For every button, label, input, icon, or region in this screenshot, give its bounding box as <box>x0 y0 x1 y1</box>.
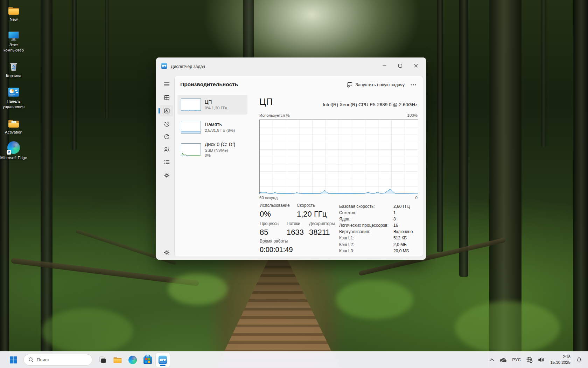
desktop-icon-new[interactable]: New <box>0 1 27 22</box>
desktop-icon-label: New <box>9 17 18 22</box>
nav-app-history-button[interactable] <box>160 118 173 129</box>
file-explorer-button[interactable] <box>111 353 125 367</box>
edge-icon <box>128 356 137 364</box>
perf-card-title: Диск 0 (C: D:) <box>205 142 235 147</box>
microsoft-store-button[interactable] <box>141 353 155 367</box>
page-title: Производительность <box>180 81 238 88</box>
desktop-icon-control-panel[interactable]: Панель управления <box>0 83 27 109</box>
search-placeholder: Поиск <box>37 357 49 362</box>
desktop-icon-this-pc[interactable]: Этот компьютер <box>0 27 27 53</box>
cpu-stats-row-2: Процессы 85 Потоки 1633 Дескрипторы 3821… <box>260 221 335 237</box>
task-view-icon <box>98 356 107 364</box>
start-icon <box>9 356 17 364</box>
perf-card-title: ЦП <box>205 99 227 105</box>
minimize-button[interactable] <box>377 60 392 71</box>
maximize-icon <box>398 64 402 68</box>
detail-row: Базовая скорость:2,60 ГГц <box>339 204 420 209</box>
network-status-button[interactable] <box>525 354 534 366</box>
run-new-task-button[interactable]: Запустить новую задачу <box>347 80 405 89</box>
start-button[interactable] <box>6 353 20 367</box>
notification-center-button[interactable] <box>574 354 584 366</box>
nav-settings-button[interactable] <box>160 247 173 258</box>
nav-performance-button[interactable] <box>160 105 173 116</box>
speed-value: 1,20 ГГц <box>297 210 327 219</box>
close-button[interactable] <box>408 60 424 71</box>
performance-icon <box>163 108 170 114</box>
uptime-value: 0:00:01:49 <box>260 246 293 254</box>
memory-mini-graph <box>181 121 201 134</box>
graph-axis-top: Используется % 100% <box>259 113 418 117</box>
task-manager-app-icon <box>161 63 167 70</box>
menu-icon <box>163 81 170 88</box>
edge-icon <box>7 141 20 154</box>
task-view-button[interactable] <box>96 353 110 367</box>
nav-users-button[interactable] <box>160 143 173 155</box>
maximize-button[interactable] <box>392 60 408 71</box>
cpu-stats-row-1: Использование 0% Скорость 1,20 ГГц <box>260 203 327 219</box>
graph-ymax: 100% <box>407 113 418 117</box>
perf-card-disk[interactable]: Диск 0 (C: D:) SSD (NVMe) 0% <box>177 140 247 159</box>
volume-button[interactable] <box>537 354 546 366</box>
desktop-icon-recycle-bin[interactable]: Корзина <box>0 58 27 79</box>
close-icon <box>414 64 418 68</box>
threads-value: 1633 <box>287 228 309 237</box>
detail-row: Кэш L3:20,0 МБ <box>339 249 420 253</box>
cpu-model-name: Intel(R) Xeon(R) CPU E5-2689 0 @ 2.60GHz <box>323 102 418 107</box>
taskbar-search[interactable]: Поиск <box>23 354 92 366</box>
onedrive-status-button[interactable] <box>498 354 509 366</box>
desktop-icon-activation[interactable]: Activation <box>0 114 27 135</box>
edge-button[interactable] <box>126 353 140 367</box>
cpu-usage-graph[interactable] <box>259 120 418 194</box>
nav-processes-button[interactable] <box>160 92 173 103</box>
run-new-task-label: Запустить новую задачу <box>355 82 405 87</box>
graph-axis-bottom: 60 секунд 0 <box>259 196 418 200</box>
desktop-icon-label: Панель управления <box>0 99 27 109</box>
perf-card-subtitle: 0% 1,20 ГГц <box>205 105 227 110</box>
perf-card-subtitle: SSD (NVMe) <box>205 148 235 153</box>
language-indicator[interactable]: РУС <box>511 354 523 366</box>
content-panel: Производительность Запустить новую задач… <box>174 76 423 257</box>
detail-row: Сокетов:1 <box>339 211 420 215</box>
detail-row: Виртуализация:Включено <box>339 230 420 234</box>
detail-row: Логических процессоров:16 <box>339 223 420 228</box>
tray-show-hidden-button[interactable] <box>488 354 496 366</box>
desktop-icon-grid: New Этот компьютер Корзина <box>0 1 27 165</box>
threads-label: Потоки <box>287 221 309 226</box>
new-task-icon <box>347 82 352 88</box>
graph-xspan-label: 60 секунд <box>259 196 278 200</box>
graph-xzero-label: 0 <box>415 196 418 200</box>
shortcut-arrow-icon <box>7 150 11 155</box>
minimize-icon <box>383 64 386 68</box>
desktop-icon-label: Activation <box>5 130 22 135</box>
cpu-details-list: Базовая скорость:2,60 ГГц Сокетов:1 Ядра… <box>339 204 420 255</box>
desktop-icon-label: Этот компьютер <box>0 42 27 53</box>
usage-label: Использование <box>260 203 297 208</box>
network-globe-offline-icon <box>526 356 533 363</box>
nav-menu-button[interactable] <box>160 79 173 90</box>
window-controls <box>377 60 424 71</box>
detail-row: Кэш L2:2,0 МБ <box>339 243 420 247</box>
cpu-uptime: Время работы 0:00:01:49 <box>260 239 293 254</box>
users-icon <box>163 146 170 152</box>
handles-value: 38211 <box>309 228 335 237</box>
more-options-button[interactable] <box>408 81 419 89</box>
handles-label: Дескрипторы <box>309 221 335 226</box>
window-title: Диспетчер задач <box>171 64 205 69</box>
nav-startup-apps-button[interactable] <box>160 131 173 142</box>
microsoft-store-icon <box>144 356 152 364</box>
desktop-icon-edge[interactable]: Microsoft Edge <box>0 140 27 161</box>
perf-card-memory[interactable]: Память 2,5/31,9 ГБ (8%) <box>177 117 247 137</box>
startup-apps-icon <box>163 133 170 140</box>
clock-button[interactable]: 2:18 15.10.2025 <box>549 354 572 366</box>
file-explorer-icon <box>113 356 122 364</box>
perf-card-cpu[interactable]: ЦП 0% 1,20 ГГц <box>177 95 247 115</box>
nav-services-button[interactable] <box>160 170 173 181</box>
perf-card-subtitle2: 0% <box>205 153 235 158</box>
desktop-icon-label: Корзина <box>6 73 21 79</box>
uptime-label: Время работы <box>260 239 293 244</box>
detail-row: Кэш L1:512 КБ <box>339 236 420 240</box>
nav-details-button[interactable] <box>160 156 173 168</box>
task-manager-taskbar-button[interactable] <box>156 353 170 367</box>
this-pc-icon <box>7 30 20 41</box>
usage-value: 0% <box>260 210 297 219</box>
